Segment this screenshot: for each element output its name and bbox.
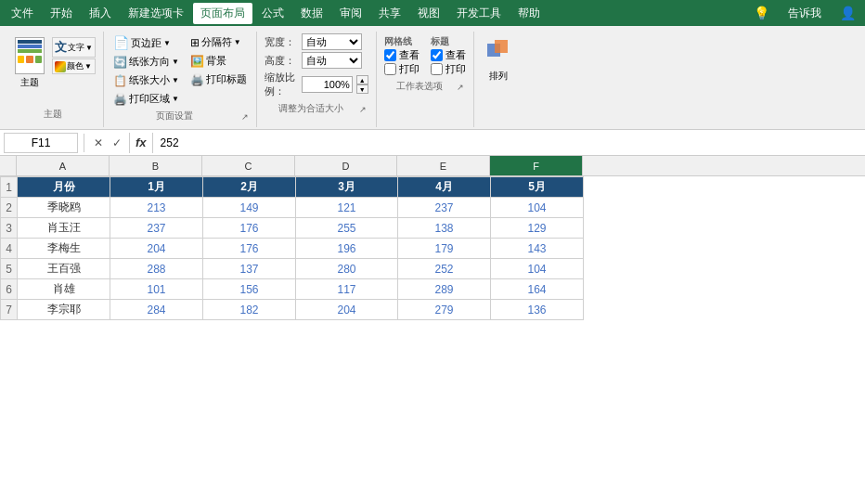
menu-home[interactable]: 开始	[43, 3, 80, 24]
cell-e5[interactable]: 252	[398, 259, 491, 279]
cell-f2[interactable]: 104	[491, 198, 584, 218]
cell-c4[interactable]: 176	[203, 239, 296, 259]
menu-insert[interactable]: 插入	[82, 3, 119, 24]
width-select[interactable]: 自动	[302, 33, 362, 50]
tell-me[interactable]: 告诉我	[781, 3, 829, 24]
cell-c6[interactable]: 156	[203, 279, 296, 300]
cell-a6[interactable]: 肖雄	[18, 279, 110, 300]
col-header-a[interactable]: A	[17, 156, 110, 175]
user-icon[interactable]: 👤	[834, 4, 861, 22]
color-theme-button[interactable]: 颜色 ▼	[52, 58, 96, 74]
ribbon-group-theme: 主题 文 文字 ▼ 颜色 ▼ 主题	[4, 32, 104, 127]
cell-b2[interactable]: 213	[110, 198, 203, 218]
cell-c2[interactable]: 149	[203, 198, 296, 218]
cell-c7[interactable]: 182	[203, 300, 296, 320]
menu-help[interactable]: 帮助	[510, 3, 548, 24]
scale-expand-btn[interactable]: ↗	[357, 105, 368, 114]
cell-f7[interactable]: 136	[491, 300, 584, 320]
cell-f5[interactable]: 104	[491, 259, 584, 279]
header-cell-feb[interactable]: 2月	[203, 177, 296, 198]
formula-divider	[84, 134, 84, 152]
theme-button[interactable]: 主题	[11, 35, 48, 91]
arrange-button[interactable]: 排列	[480, 33, 517, 85]
cell-e4[interactable]: 179	[398, 239, 491, 259]
cell-d3[interactable]: 255	[296, 218, 398, 239]
page-margin-button[interactable]: 📄 页边距 ▼	[110, 33, 183, 52]
cell-c5[interactable]: 137	[203, 259, 296, 279]
menu-pagelayout[interactable]: 页面布局	[193, 3, 252, 24]
separator-button[interactable]: ⊞ 分隔符 ▼	[187, 33, 251, 51]
print-area-button[interactable]: 🖨️ 打印区域 ▼	[110, 90, 183, 108]
headings-print-label: 打印	[445, 62, 466, 76]
col-header-f[interactable]: F	[490, 156, 583, 175]
cell-e7[interactable]: 279	[398, 300, 491, 320]
gridlines-view-checkbox[interactable]	[384, 49, 396, 61]
background-button[interactable]: 🖼️ 背景	[187, 52, 251, 70]
cell-b6[interactable]: 101	[110, 279, 203, 300]
headings-print-checkbox[interactable]	[431, 63, 443, 75]
name-box[interactable]	[4, 133, 78, 153]
cell-b4[interactable]: 204	[110, 239, 203, 259]
corner-cell	[0, 156, 17, 175]
printarea-icon: 🖨️	[113, 93, 127, 106]
cell-b5[interactable]: 288	[110, 259, 203, 279]
menu-review[interactable]: 审阅	[332, 3, 369, 24]
scale-down-btn[interactable]: ▼	[356, 84, 368, 94]
cell-a5[interactable]: 王百强	[18, 259, 110, 279]
cell-a4[interactable]: 李梅生	[18, 239, 110, 259]
cell-d6[interactable]: 117	[296, 279, 398, 300]
cell-a7[interactable]: 李宗耶	[18, 300, 110, 320]
cell-b7[interactable]: 284	[110, 300, 203, 320]
headings-view-checkbox[interactable]	[431, 49, 443, 61]
menu-formula[interactable]: 公式	[254, 3, 291, 24]
col-header-e[interactable]: E	[397, 156, 490, 175]
text-label: 文字	[68, 42, 84, 54]
menu-view[interactable]: 视图	[410, 3, 447, 24]
cell-c3[interactable]: 176	[203, 218, 296, 239]
cell-d5[interactable]: 280	[296, 259, 398, 279]
cell-f6[interactable]: 164	[491, 279, 584, 300]
header-cell-may[interactable]: 5月	[491, 177, 584, 198]
cell-f4[interactable]: 143	[491, 239, 584, 259]
col-header-d[interactable]: D	[295, 156, 397, 175]
menu-data[interactable]: 数据	[293, 3, 330, 24]
pagesetup-expand-btn[interactable]: ↗	[239, 112, 251, 122]
menu-newtab[interactable]: 新建选项卡	[121, 3, 191, 24]
menu-devtools[interactable]: 开发工具	[449, 3, 509, 24]
cancel-formula-btn[interactable]: ✕	[90, 136, 107, 150]
orientation-icon: 🔄	[113, 56, 127, 69]
headings-print-row: 打印	[431, 62, 466, 76]
sheetoptions-expand-btn[interactable]: ↗	[455, 83, 466, 92]
cell-e6[interactable]: 289	[398, 279, 491, 300]
scale-up-btn[interactable]: ▲	[356, 75, 368, 84]
cell-d4[interactable]: 196	[296, 239, 398, 259]
menu-file[interactable]: 文件	[4, 3, 41, 24]
cell-a3[interactable]: 肖玉汪	[18, 218, 110, 239]
cell-a2[interactable]: 季晓鸥	[18, 198, 110, 218]
header-cell-month[interactable]: 月份	[18, 177, 110, 198]
cell-f3[interactable]: 129	[491, 218, 584, 239]
scale-input[interactable]	[302, 76, 353, 93]
print-title-button[interactable]: 🖨️ 打印标题	[187, 71, 251, 88]
gridlines-view-row: 查看	[384, 48, 420, 62]
header-cell-mar[interactable]: 3月	[296, 177, 398, 198]
height-select[interactable]: 自动	[302, 52, 362, 69]
cell-d2[interactable]: 121	[296, 198, 398, 218]
orientation-button[interactable]: 🔄 纸张方向 ▼	[110, 53, 183, 71]
cell-e3[interactable]: 138	[398, 218, 491, 239]
papersize-button[interactable]: 📋 纸张大小 ▼	[110, 71, 183, 89]
cell-b3[interactable]: 237	[110, 218, 203, 239]
col-header-b[interactable]: B	[110, 156, 202, 175]
col-header-c[interactable]: C	[202, 156, 295, 175]
lightbulb-icon[interactable]: 💡	[748, 4, 775, 22]
menu-share[interactable]: 共享	[371, 3, 408, 24]
gridlines-print-checkbox[interactable]	[384, 63, 396, 75]
header-cell-jan[interactable]: 1月	[110, 177, 203, 198]
formula-input[interactable]	[157, 136, 861, 149]
confirm-formula-btn[interactable]: ✓	[109, 136, 125, 150]
text-theme-button[interactable]: 文 文字 ▼	[52, 37, 96, 58]
header-cell-apr[interactable]: 4月	[398, 177, 491, 198]
cell-e2[interactable]: 237	[398, 198, 491, 218]
cell-d7[interactable]: 204	[296, 300, 398, 320]
chevron-down-icon5: ▼	[172, 76, 179, 84]
